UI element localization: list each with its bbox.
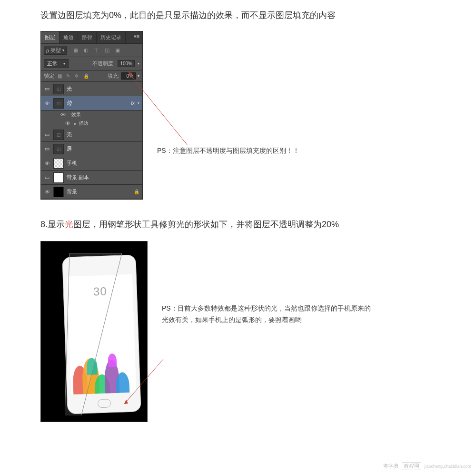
opacity-value[interactable]: 100% xyxy=(118,60,135,67)
lock-icon: 🔒 xyxy=(134,189,139,194)
layer-thumb: ◫ xyxy=(53,144,64,154)
watermark-url: jiaocheng.chazidian.com xyxy=(424,464,471,469)
visibility-toggle[interactable]: ▭ xyxy=(44,146,50,152)
visibility-toggle[interactable]: 👁 xyxy=(44,160,50,167)
layer-stroke-row[interactable]: 👁 ● 描边 xyxy=(41,119,142,128)
lock-transparency-icon[interactable]: ▦ xyxy=(58,73,63,79)
chevron-down-icon[interactable]: ▾ xyxy=(138,101,139,105)
lock-position-icon[interactable]: ✥ xyxy=(75,73,80,79)
visibility-toggle[interactable]: ▭ xyxy=(44,131,50,138)
annotation2-line2: 光效有关，如果手机上的是弧形的，要照着画哟 xyxy=(162,316,302,323)
layer-row-bg[interactable]: 👁 背景 🔒 xyxy=(41,185,142,199)
layer-thumb: ◫ xyxy=(53,130,64,140)
step-num: 8. xyxy=(40,220,48,229)
filter-type-select[interactable]: ρ 类型 ▾ xyxy=(44,46,67,55)
step-post: 图层，用钢笔形状工具修剪光的形状如下，并将图层不透明调整为20% xyxy=(73,220,339,229)
filter-smart-icon[interactable]: ▣ xyxy=(114,47,121,54)
chevron-down-icon: ▾ xyxy=(62,48,64,52)
phone-body: 30 xyxy=(62,255,141,414)
layer-name: 壳 xyxy=(67,131,139,138)
layer-name: 背景 xyxy=(67,188,131,195)
blend-mode-value: 正常 xyxy=(47,60,58,67)
photoshop-layers-panel: 图层 通道 路径 历史记录 ▾≡ ρ 类型 ▾ ▦ ◐ T ◫ ▣ xyxy=(40,31,143,200)
panel-menu-icon[interactable]: ▾≡ xyxy=(131,31,142,43)
layer-name: 背景 副本 xyxy=(67,174,139,181)
visibility-toggle[interactable]: 👁 xyxy=(44,189,50,195)
watermark: 查字典 教程网 jiaocheng.chazidian.com xyxy=(383,462,471,470)
layer-row-screen[interactable]: ▭ ◫ 屏 xyxy=(41,142,142,156)
blend-row: 正常 ▾ 不透明度: 100% ▾ xyxy=(41,57,142,70)
annotation-2: PS：目前大多数特效都是这种形状的光，当然也跟你选择的手机原来的 光效有关，如果… xyxy=(162,303,436,326)
fx-badge[interactable]: fx xyxy=(131,101,135,106)
step-pre: 显示 xyxy=(48,220,65,229)
lock-all-icon[interactable]: 🔒 xyxy=(83,73,89,79)
watermark-box: 教程网 xyxy=(402,462,421,470)
layer-thumb: ◫ xyxy=(53,84,64,94)
layer-row-edge[interactable]: 👁 ◫ 边 fx ▾ xyxy=(41,96,142,111)
filter-adjust-icon[interactable]: ◐ xyxy=(83,47,89,54)
filter-text-icon[interactable]: T xyxy=(93,47,100,54)
intro-text: 设置边图层填充为0%，此目的是只显示描边的效果，而不显示图层填充的内容 xyxy=(40,10,436,21)
filter-pixel-icon[interactable]: ▦ xyxy=(72,47,79,54)
phone-wallpaper-blobs xyxy=(69,335,136,395)
layer-row-light[interactable]: ▭ ◫ 光 xyxy=(41,82,142,96)
layer-name: 手机 xyxy=(67,160,139,167)
filter-kind-icon: ρ xyxy=(46,48,49,53)
opacity-label: 不透明度: xyxy=(92,60,115,67)
visibility-toggle[interactable]: 👁 xyxy=(65,120,70,127)
layer-row-shell[interactable]: ▭ ◫ 壳 xyxy=(41,128,142,142)
layer-thumb xyxy=(53,158,64,169)
visibility-toggle[interactable]: ▭ xyxy=(44,86,50,92)
layer-row-bgcopy[interactable]: ▭ 背景 副本 xyxy=(41,171,142,185)
layer-row-phone[interactable]: 👁 手机 xyxy=(41,156,142,171)
watermark-brand: 查字典 xyxy=(383,463,399,470)
lock-label: 锁定: xyxy=(44,72,56,80)
annotation2-line1: 目前大多数特效都是这种形状的光，当然也跟你选择的手机原来的 xyxy=(178,304,371,312)
annotation-prefix: PS： xyxy=(157,147,173,154)
bullet-icon: ● xyxy=(73,121,76,126)
step-highlight: 光 xyxy=(65,220,73,229)
annotation-body: 注意图层不透明度与图层填充度的区别！！ xyxy=(173,147,299,154)
visibility-toggle[interactable]: 👁 xyxy=(60,111,66,118)
chevron-down-icon[interactable]: ▾ xyxy=(138,74,139,78)
tab-channels[interactable]: 通道 xyxy=(60,31,78,43)
layer-thumb: ◫ xyxy=(53,98,64,109)
annotation-1: PS：注意图层不透明度与图层填充度的区别！！ xyxy=(157,145,299,157)
layer-effects-row[interactable]: 👁 效果 xyxy=(41,111,142,119)
layer-name: 光 xyxy=(67,85,139,92)
stroke-label: 描边 xyxy=(79,120,89,127)
layer-list: ▭ ◫ 光 👁 ◫ 边 fx ▾ 👁 效果 👁 xyxy=(41,82,142,199)
chevron-down-icon: ▾ xyxy=(63,61,65,66)
panel-tabs: 图层 通道 路径 历史记录 ▾≡ xyxy=(41,31,142,44)
lock-row: 锁定: ▦ ✎ ✥ 🔒 填充: 0% ▾ xyxy=(41,70,142,82)
filter-shape-icon[interactable]: ◫ xyxy=(104,47,110,54)
layer-thumb xyxy=(53,172,64,183)
phone-home-button xyxy=(97,399,111,408)
layer-thumb xyxy=(53,187,64,197)
tab-paths[interactable]: 路径 xyxy=(78,31,97,43)
annotation-prefix: PS： xyxy=(162,304,178,312)
visibility-toggle[interactable]: 👁 xyxy=(44,100,50,107)
blend-mode-select[interactable]: 正常 ▾ xyxy=(44,59,69,68)
tab-layers[interactable]: 图层 xyxy=(41,31,60,43)
step-8-title: 8.显示光图层，用钢笔形状工具修剪光的形状如下，并将图层不透明调整为20% xyxy=(40,219,436,231)
layer-name: 边 xyxy=(67,100,128,107)
chevron-down-icon[interactable]: ▾ xyxy=(138,61,139,66)
tab-history[interactable]: 历史记录 xyxy=(97,31,126,43)
phone-screen: 30 xyxy=(67,274,137,395)
effects-label: 效果 xyxy=(71,111,81,118)
fill-value[interactable]: 0% xyxy=(121,72,136,80)
phone-time-display: 30 xyxy=(67,284,133,300)
visibility-toggle[interactable]: ▭ xyxy=(44,174,50,181)
filter-type-label: 类型 xyxy=(50,47,61,54)
layer-name: 屏 xyxy=(67,145,139,152)
fill-label: 填充: xyxy=(108,72,119,80)
filter-row: ρ 类型 ▾ ▦ ◐ T ◫ ▣ xyxy=(41,44,142,57)
phone-preview-image: 30 xyxy=(40,241,148,422)
lock-pixels-icon[interactable]: ✎ xyxy=(66,73,72,79)
